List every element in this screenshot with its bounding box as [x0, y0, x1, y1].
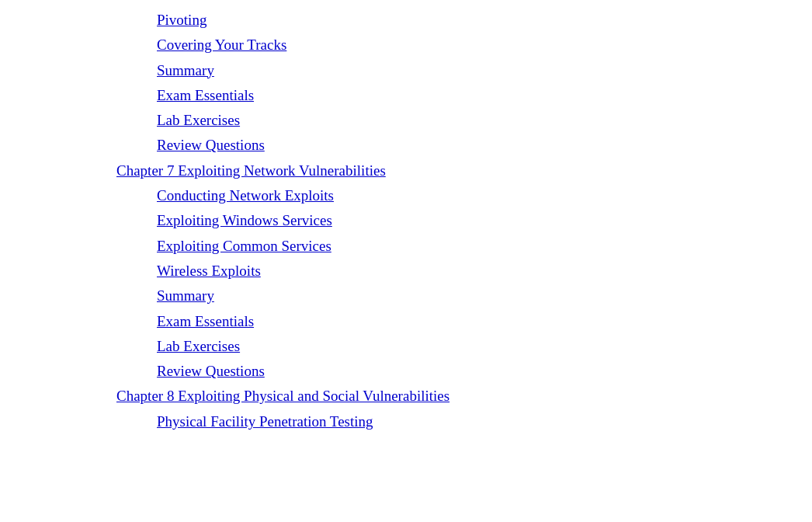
- toc-entry-exam-essentials-2: Exam Essentials: [0, 309, 812, 334]
- toc-content: PivotingCovering Your TracksSummaryExam …: [0, 8, 812, 434]
- toc-link-lab-exercises-1[interactable]: Lab Exercises: [157, 112, 240, 128]
- toc-link-pivoting[interactable]: Pivoting: [157, 12, 206, 28]
- toc-link-exam-essentials-2[interactable]: Exam Essentials: [157, 313, 254, 329]
- toc-entry-pivoting: Pivoting: [0, 8, 812, 33]
- toc-entry-review-questions-1: Review Questions: [0, 133, 812, 158]
- page-container: PivotingCovering Your TracksSummaryExam …: [0, 0, 812, 522]
- toc-entry-lab-exercises-2: Lab Exercises: [0, 334, 812, 359]
- toc-link-exam-essentials-1[interactable]: Exam Essentials: [157, 87, 254, 103]
- toc-entry-covering-your-tracks: Covering Your Tracks: [0, 33, 812, 57]
- toc-link-exploiting-common-services[interactable]: Exploiting Common Services: [157, 238, 331, 254]
- toc-entry-wireless-exploits: Wireless Exploits: [0, 259, 812, 284]
- toc-entry-exploiting-windows-services: Exploiting Windows Services: [0, 208, 812, 233]
- toc-entry-conducting-network-exploits: Conducting Network Exploits: [0, 183, 812, 208]
- toc-link-summary-1[interactable]: Summary: [157, 62, 214, 78]
- toc-link-exploiting-windows-services[interactable]: Exploiting Windows Services: [157, 212, 332, 228]
- toc-entry-summary-1: Summary: [0, 58, 812, 83]
- toc-entry-exam-essentials-1: Exam Essentials: [0, 83, 812, 108]
- toc-entry-chapter-7: Chapter 7 Exploiting Network Vulnerabili…: [0, 158, 812, 183]
- toc-link-chapter-7[interactable]: Chapter 7 Exploiting Network Vulnerabili…: [116, 162, 386, 179]
- toc-entry-exploiting-common-services: Exploiting Common Services: [0, 234, 812, 259]
- toc-entry-summary-2: Summary: [0, 284, 812, 308]
- toc-link-lab-exercises-2[interactable]: Lab Exercises: [157, 338, 240, 354]
- toc-link-covering-your-tracks[interactable]: Covering Your Tracks: [157, 37, 286, 53]
- toc-link-review-questions-2[interactable]: Review Questions: [157, 363, 265, 379]
- toc-link-chapter-8[interactable]: Chapter 8 Exploiting Physical and Social…: [116, 388, 449, 404]
- toc-entry-chapter-8: Chapter 8 Exploiting Physical and Social…: [0, 384, 812, 409]
- toc-link-conducting-network-exploits[interactable]: Conducting Network Exploits: [157, 187, 334, 204]
- toc-entry-physical-facility-penetration-testing: Physical Facility Penetration Testing: [0, 409, 812, 434]
- toc-link-review-questions-1[interactable]: Review Questions: [157, 137, 265, 153]
- toc-link-physical-facility-penetration-testing[interactable]: Physical Facility Penetration Testing: [157, 413, 373, 430]
- toc-entry-review-questions-2: Review Questions: [0, 359, 812, 384]
- toc-entry-lab-exercises-1: Lab Exercises: [0, 108, 812, 133]
- toc-link-summary-2[interactable]: Summary: [157, 287, 214, 304]
- toc-link-wireless-exploits[interactable]: Wireless Exploits: [157, 263, 261, 279]
